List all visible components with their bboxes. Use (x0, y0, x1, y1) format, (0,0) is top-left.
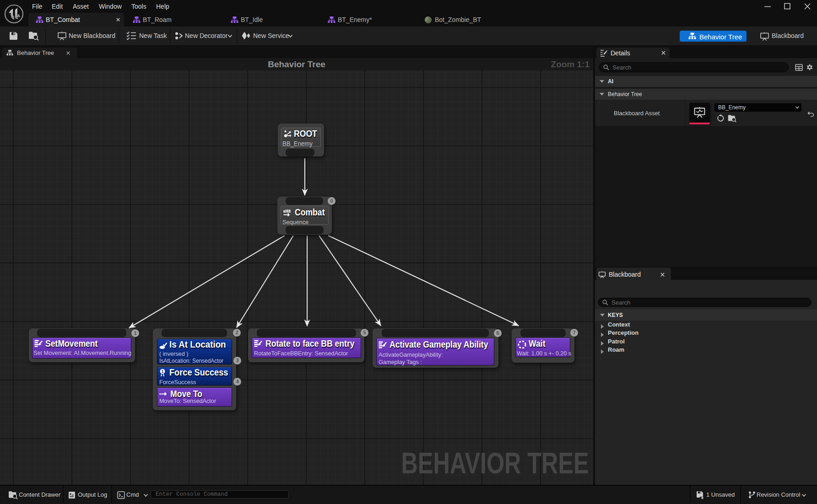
svg-text:1: 1 (161, 369, 163, 374)
